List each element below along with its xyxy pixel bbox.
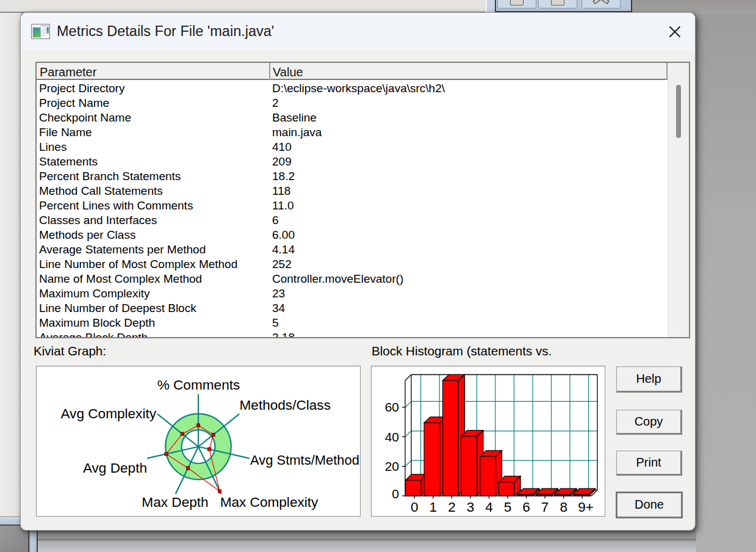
svg-text:60: 60 bbox=[385, 400, 399, 414]
svg-text:7: 7 bbox=[541, 499, 549, 515]
svg-text:0: 0 bbox=[392, 487, 399, 501]
svg-text:% Comments: % Comments bbox=[157, 377, 240, 393]
svg-text:5: 5 bbox=[504, 499, 512, 515]
svg-text:0: 0 bbox=[411, 499, 419, 515]
svg-text:3: 3 bbox=[467, 499, 475, 515]
svg-text:1: 1 bbox=[430, 499, 437, 515]
svg-text:6: 6 bbox=[522, 499, 530, 515]
svg-text:2: 2 bbox=[448, 499, 456, 515]
svg-text:9+: 9+ bbox=[578, 499, 594, 515]
svg-text:4: 4 bbox=[485, 499, 493, 515]
svg-text:Max Complexity: Max Complexity bbox=[220, 495, 319, 510]
svg-text:Avg Depth: Avg Depth bbox=[83, 460, 147, 476]
svg-text:Methods/Class: Methods/Class bbox=[240, 398, 331, 413]
svg-text:40: 40 bbox=[385, 430, 399, 444]
svg-text:Avg Stmts/Method: Avg Stmts/Method bbox=[250, 452, 359, 468]
svg-text:Avg Complexity: Avg Complexity bbox=[60, 406, 156, 421]
svg-text:Max Depth: Max Depth bbox=[142, 495, 208, 510]
svg-text:8: 8 bbox=[560, 499, 567, 515]
svg-text:20: 20 bbox=[385, 459, 399, 473]
